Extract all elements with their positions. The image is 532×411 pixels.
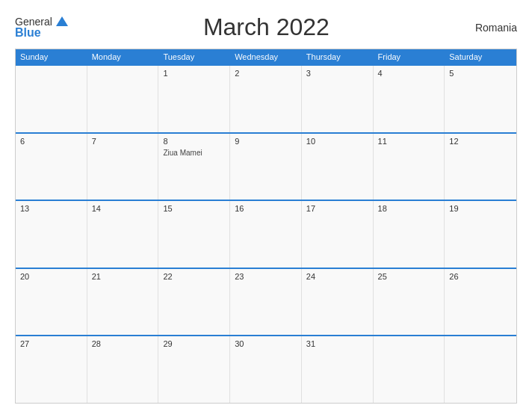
logo-general-text: General (15, 16, 52, 27)
cal-cell-w4-d3: 30 (230, 336, 302, 403)
cal-cell-w3-d1: 21 (87, 269, 159, 336)
cal-cell-w4-d1: 28 (87, 336, 159, 403)
day-number: 17 (306, 204, 368, 213)
week-row-3: 13141516171819 (16, 200, 516, 268)
day-number: 28 (92, 339, 154, 348)
cal-cell-w2-d2: 15 (158, 201, 230, 268)
cal-cell-w1-d6: 12 (445, 134, 516, 200)
day-number: 13 (20, 204, 82, 213)
day-number: 24 (306, 272, 368, 281)
country-label: Romania (465, 22, 517, 34)
day-number: 29 (163, 339, 225, 348)
header-day-tuesday: Tuesday (158, 49, 230, 64)
cal-cell-w2-d3: 16 (230, 201, 302, 268)
cal-cell-w0-d6: 5 (445, 66, 516, 132)
day-number: 23 (235, 272, 297, 281)
calendar-body: 12345678Ziua Mamei9101112131415161718192… (16, 64, 516, 403)
cal-cell-w1-d1: 7 (87, 134, 159, 200)
day-event: Ziua Mamei (163, 149, 225, 157)
cal-cell-w4-d2: 29 (158, 336, 230, 403)
logo-triangle-icon (56, 16, 68, 26)
cal-cell-w3-d4: 24 (302, 269, 374, 336)
day-number: 5 (449, 69, 512, 78)
cal-cell-w2-d1: 14 (87, 201, 159, 268)
cal-cell-w3-d5: 25 (374, 269, 445, 336)
logo-blue-text: Blue (15, 27, 41, 39)
calendar-header: SundayMondayTuesdayWednesdayThursdayFrid… (16, 49, 516, 64)
cal-cell-w4-d5 (374, 336, 445, 403)
cal-cell-w4-d6 (445, 336, 516, 403)
day-number: 20 (20, 272, 82, 281)
cal-cell-w4-d4: 31 (302, 336, 374, 403)
cal-cell-w3-d0: 20 (16, 269, 87, 336)
header-day-wednesday: Wednesday (230, 49, 302, 64)
cal-cell-w1-d0: 6 (16, 134, 87, 200)
day-number: 27 (20, 339, 82, 348)
cal-cell-w1-d4: 10 (302, 134, 374, 200)
header-day-monday: Monday (87, 49, 159, 64)
week-row-2: 678Ziua Mamei9101112 (16, 132, 516, 200)
header-day-friday: Friday (374, 49, 445, 64)
cal-cell-w3-d6: 26 (445, 269, 516, 336)
header-day-saturday: Saturday (445, 49, 516, 64)
calendar: SundayMondayTuesdayWednesdayThursdayFrid… (15, 49, 517, 404)
day-number: 25 (378, 272, 440, 281)
cal-cell-w3-d3: 23 (230, 269, 302, 336)
cal-cell-w0-d0 (16, 66, 87, 132)
day-number: 31 (306, 339, 368, 348)
day-number: 14 (92, 204, 154, 213)
cal-cell-w1-d5: 11 (374, 134, 445, 200)
cal-cell-w2-d5: 18 (374, 201, 445, 268)
calendar-title: March 2022 (68, 13, 465, 41)
day-number: 2 (235, 69, 297, 78)
day-number: 4 (378, 69, 440, 78)
cal-cell-w2-d6: 19 (445, 201, 516, 268)
week-row-1: 12345 (16, 64, 516, 132)
logo: General Blue (15, 16, 68, 39)
day-number: 3 (306, 69, 368, 78)
page: General Blue March 2022 Romania SundayMo… (0, 0, 532, 411)
day-number: 19 (449, 204, 512, 213)
cal-cell-w3-d2: 22 (158, 269, 230, 336)
cal-cell-w2-d0: 13 (16, 201, 87, 268)
day-number: 21 (92, 272, 154, 281)
day-number: 16 (235, 204, 297, 213)
day-number: 26 (449, 272, 512, 281)
day-number: 1 (163, 69, 225, 78)
header-day-thursday: Thursday (302, 49, 374, 64)
header: General Blue March 2022 Romania (15, 13, 517, 41)
day-number: 9 (235, 137, 297, 146)
cal-cell-w0-d4: 3 (302, 66, 374, 132)
cal-cell-w2-d4: 17 (302, 201, 374, 268)
day-number: 30 (235, 339, 297, 348)
day-number: 12 (449, 137, 512, 146)
cal-cell-w1-d3: 9 (230, 134, 302, 200)
day-number: 8 (163, 137, 225, 146)
cal-cell-w4-d0: 27 (16, 336, 87, 403)
header-day-sunday: Sunday (16, 49, 87, 64)
day-number: 15 (163, 204, 225, 213)
day-number: 11 (378, 137, 440, 146)
cal-cell-w0-d1 (87, 66, 159, 132)
week-row-5: 2728293031 (16, 335, 516, 403)
cal-cell-w0-d2: 1 (158, 66, 230, 132)
cal-cell-w0-d3: 2 (230, 66, 302, 132)
cal-cell-w1-d2: 8Ziua Mamei (158, 134, 230, 200)
week-row-4: 20212223242526 (16, 268, 516, 336)
cal-cell-w0-d5: 4 (374, 66, 445, 132)
day-number: 7 (92, 137, 154, 146)
day-number: 6 (20, 137, 82, 146)
day-number: 22 (163, 272, 225, 281)
day-number: 18 (378, 204, 440, 213)
day-number: 10 (306, 137, 368, 146)
